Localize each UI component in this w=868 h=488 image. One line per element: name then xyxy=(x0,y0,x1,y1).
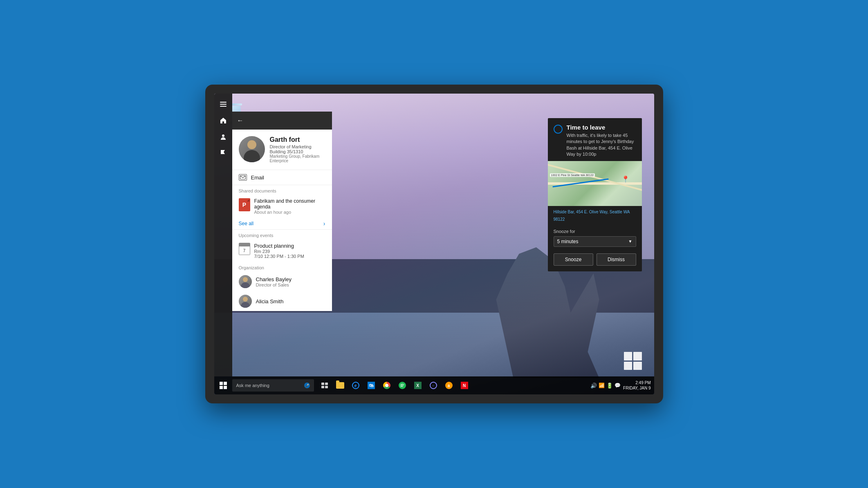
windows-store-button[interactable]: 🛍 xyxy=(364,378,379,393)
people-panel: ← Garth fort Director of Marketing Build… xyxy=(232,112,332,311)
win-quad-1 xyxy=(624,352,632,360)
amazon-icon: a xyxy=(445,382,453,389)
start-button[interactable] xyxy=(214,376,232,394)
person-info-0: Charles Bayley Director of Sales xyxy=(256,276,325,287)
person-role-0: Director of Sales xyxy=(256,282,325,287)
email-row[interactable]: Email xyxy=(232,170,332,185)
windows-logo-taskbar xyxy=(220,382,227,389)
file-explorer-button[interactable] xyxy=(333,378,348,393)
see-all-chevron-icon: › xyxy=(323,220,325,227)
system-tray: 🔊 📶 🔋 💬 xyxy=(590,383,621,389)
doc-powerpoint-icon: P xyxy=(239,198,250,211)
excel-icon: X xyxy=(414,382,422,389)
internet-explorer-button[interactable] xyxy=(348,378,363,393)
back-button[interactable]: ← xyxy=(237,117,244,124)
search-bar[interactable]: Ask me anything 🎤 xyxy=(232,379,314,392)
contact-title: Director of Marketing xyxy=(270,144,325,149)
map-container: 📍 1002 E Pine St Seattle WA 98122 xyxy=(548,161,642,206)
left-nav xyxy=(214,94,232,376)
svg-rect-3 xyxy=(325,383,328,385)
cortana-button[interactable]: ○ xyxy=(426,378,441,393)
svg-point-0 xyxy=(222,134,224,137)
shared-docs-header: Shared documents xyxy=(232,185,332,195)
snooze-section: Snooze for 5 minutes ▼ xyxy=(548,226,642,250)
notification-card: Time to leave With traffic, it's likely … xyxy=(548,118,642,271)
clock-time: 2:49 PM xyxy=(623,380,650,385)
store-icon: 🛍 xyxy=(368,382,375,389)
win-logo-q1 xyxy=(220,382,223,385)
event-title: Product planning xyxy=(254,243,325,249)
snooze-value: 5 minutes xyxy=(557,239,579,244)
hamburger-menu-icon[interactable] xyxy=(216,97,231,112)
taskbar-right: 🔊 📶 🔋 💬 2:49 PM FRIDAY, JAN 9 xyxy=(590,380,654,391)
organization-header: Organization xyxy=(232,262,332,272)
panel-header: ← xyxy=(232,112,332,130)
map-label-start: 1002 E Pine St Seattle WA 98122 xyxy=(550,173,595,177)
folder-icon xyxy=(336,382,344,389)
amazon-button[interactable]: a xyxy=(442,378,456,393)
person-item-1[interactable]: Alicia Smith xyxy=(232,291,332,311)
action-center-icon[interactable]: 💬 xyxy=(615,383,621,388)
task-view-button[interactable] xyxy=(317,378,332,393)
doc-title: Fabrikam and the consumer agenda xyxy=(254,198,325,210)
network-icon[interactable]: 📶 xyxy=(599,383,605,388)
calendar-icon: 7 xyxy=(239,243,250,255)
notif-header: Time to leave With traffic, it's likely … xyxy=(548,118,642,161)
email-label: Email xyxy=(251,175,265,181)
hamburger-lines xyxy=(220,102,227,107)
see-all-text: See all xyxy=(239,221,254,226)
screen: Recycle Bin xyxy=(214,94,654,394)
dismiss-button[interactable]: Dismiss xyxy=(597,253,636,266)
speaker-icon[interactable]: 🔊 xyxy=(590,383,597,389)
snooze-button[interactable]: Snooze xyxy=(554,253,593,266)
event-time: 7/10 12:30 PM - 1:30 PM xyxy=(254,254,325,259)
cortana-icon: ○ xyxy=(430,382,437,389)
battery-icon[interactable]: 🔋 xyxy=(606,383,613,389)
event-item[interactable]: 7 Product planning Rm 239 7/10 12:30 PM … xyxy=(232,240,332,262)
microphone-icon[interactable]: 🎤 xyxy=(304,383,310,388)
contact-building: Building 35/1310 xyxy=(270,149,325,154)
chrome-icon xyxy=(383,382,390,389)
document-item[interactable]: P Fabrikam and the consumer agenda About… xyxy=(232,195,332,218)
spotify-icon xyxy=(399,382,406,389)
taskbar-icons: 🛍 X ○ xyxy=(317,378,472,393)
win-logo-q2 xyxy=(224,382,227,385)
cal-body: 7 xyxy=(239,246,250,255)
contact-org: Marketing Group, Fabrikam Enterprice xyxy=(270,154,325,163)
map-background: 📍 1002 E Pine St Seattle WA 98122 xyxy=(548,161,642,206)
contact-section: Garth fort Director of Marketing Buildin… xyxy=(232,130,332,170)
home-nav-icon[interactable] xyxy=(216,113,231,128)
person-name-1: Alicia Smith xyxy=(256,298,325,304)
doc-time: About an hour ago xyxy=(254,210,325,215)
windows-logo-desktop xyxy=(624,352,642,370)
event-room: Rm 239 xyxy=(254,249,325,254)
person-avatar-1 xyxy=(239,295,252,308)
people-nav-icon[interactable] xyxy=(216,130,231,144)
netflix-icon: N xyxy=(461,382,468,389)
excel-button[interactable]: X xyxy=(410,378,425,393)
spotify-button[interactable] xyxy=(395,378,410,393)
taskbar-clock[interactable]: 2:49 PM FRIDAY, JAN 9 xyxy=(623,380,650,391)
svg-rect-4 xyxy=(321,386,324,388)
win-quad-3 xyxy=(624,362,632,370)
notif-title: Time to leave xyxy=(567,124,636,131)
see-all-row[interactable]: See all › xyxy=(232,218,332,230)
snooze-label: Snooze for xyxy=(554,229,636,234)
doc-info: Fabrikam and the consumer agenda About a… xyxy=(254,198,325,215)
svg-rect-5 xyxy=(325,386,328,388)
netflix-button[interactable]: N xyxy=(457,378,472,393)
taskbar: Ask me anything 🎤 xyxy=(214,376,654,394)
map-pin-icon: 📍 xyxy=(621,175,630,183)
person-item-0[interactable]: Charles Bayley Director of Sales xyxy=(232,272,332,291)
avatar-head xyxy=(247,140,256,149)
upcoming-events-header: Upcoming events xyxy=(232,230,332,240)
notif-map-link[interactable]: Hillside Bar, 454 E. Olive Way, Seattle … xyxy=(554,210,630,222)
notif-body: With traffic, it's likely to take 45 min… xyxy=(567,132,636,158)
notif-link-section: Hillside Bar, 454 E. Olive Way, Seattle … xyxy=(548,206,642,226)
snooze-dropdown[interactable]: 5 minutes ▼ xyxy=(554,236,636,247)
flag-nav-icon[interactable] xyxy=(216,146,231,161)
clock-date: FRIDAY, JAN 9 xyxy=(623,385,650,391)
chrome-button[interactable] xyxy=(379,378,394,393)
notif-circle-icon xyxy=(554,125,563,134)
win-quad-4 xyxy=(633,362,642,370)
